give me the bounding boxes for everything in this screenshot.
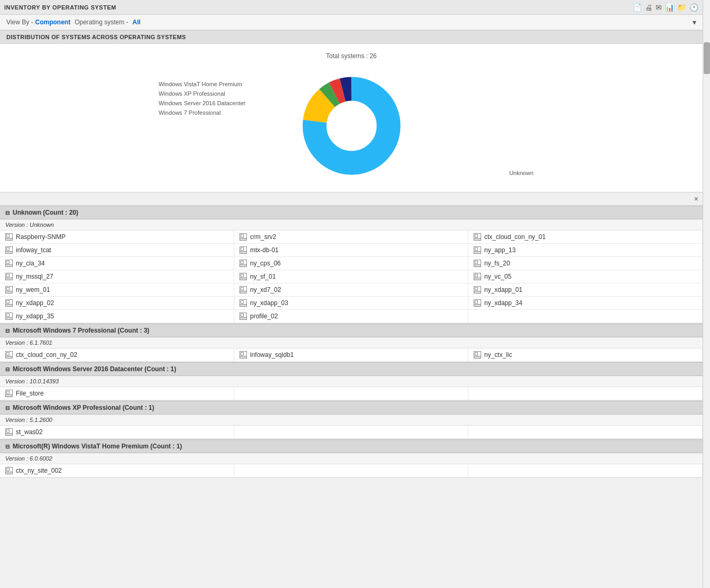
top-bar: INVENTORY BY OPERATING SYSTEM 📄 🖨 ✉ 📊 📁 … <box>0 0 703 15</box>
list-item[interactable]: ny_xdapp_35 <box>0 310 234 323</box>
computer-icon <box>239 273 247 280</box>
version-unknown: Version : Unknown <box>0 219 703 231</box>
list-item[interactable]: profile_02 <box>234 310 468 323</box>
list-item[interactable]: ny_cla_34 <box>0 257 234 270</box>
list-item[interactable]: ny_mssql_27 <box>0 270 234 283</box>
group-title-unknown: Unknown (Count : 20) <box>13 209 78 216</box>
list-item[interactable]: ny_xdapp_03 <box>234 297 468 310</box>
view-by-value[interactable]: Component <box>35 19 70 26</box>
computer-icon <box>239 313 247 320</box>
legend-item-server2016: Windows Server 2016 Datacenter <box>159 100 245 106</box>
computer-icon <box>239 233 247 241</box>
list-item[interactable]: ny_app_13 <box>468 244 703 257</box>
list-item-empty <box>468 464 703 477</box>
donut-chart[interactable] <box>299 73 404 179</box>
os-filter-value[interactable]: All <box>133 19 141 26</box>
list-item[interactable]: ctx_ny_site_002 <box>0 464 234 477</box>
list-item[interactable]: ctx_cloud_con_ny_01 <box>468 231 703 244</box>
computer-icon <box>239 260 247 267</box>
unknown-label: Unknown <box>509 170 533 176</box>
legend-item-vista: Windows VistaT Home Premium <box>159 81 245 87</box>
computer-icon <box>474 273 481 280</box>
collapse-icon-unknown[interactable]: ⊟ <box>5 210 10 216</box>
computer-icon <box>474 299 481 307</box>
group-title-vista: Microsoft(R) Windows VistaT Home Premium… <box>13 443 182 450</box>
excel-icon[interactable]: 📊 <box>665 3 674 12</box>
email-icon[interactable]: ✉ <box>656 3 662 12</box>
list-item[interactable]: st_was02 <box>0 426 234 439</box>
group-header-server2016[interactable]: ⊟ Microsoft Windows Server 2016 Datacent… <box>0 362 703 376</box>
filter-chevron-icon[interactable]: ▾ <box>693 18 696 26</box>
group-title-xp: Microsoft Windows XP Professional (Count… <box>13 404 154 411</box>
computer-icon <box>474 351 481 359</box>
clock-icon[interactable]: 🕐 <box>689 3 698 12</box>
list-item-empty <box>468 310 703 323</box>
pdf-icon[interactable]: 📄 <box>633 3 642 12</box>
computer-icon <box>474 286 481 293</box>
list-item-empty <box>468 387 703 400</box>
list-item[interactable]: ny_fs_20 <box>468 257 703 270</box>
list-item[interactable]: ctx_cloud_con_ny_02 <box>0 348 234 362</box>
chart-total: Total systems : 26 <box>11 52 692 60</box>
collapse-icon-win7[interactable]: ⊟ <box>5 328 10 334</box>
computer-icon <box>239 351 247 359</box>
list-item[interactable]: ny_sf_01 <box>234 270 468 283</box>
list-item[interactable]: mtx-db-01 <box>234 244 468 257</box>
items-grid-unknown: Raspberry-SNMP crm_srv2 ctx_cloud_con_ny… <box>0 231 703 324</box>
list-item[interactable]: ny_ctx_lic <box>468 348 703 362</box>
view-by-label: View By - <box>6 19 33 26</box>
computer-icon <box>474 246 481 254</box>
list-item-empty <box>234 464 468 477</box>
computer-icon <box>5 428 13 436</box>
list-item-empty <box>234 426 468 439</box>
content-area: INVENTORY BY OPERATING SYSTEM 📄 🖨 ✉ 📊 📁 … <box>0 0 703 478</box>
list-item[interactable]: ny_xdapp_02 <box>0 297 234 310</box>
list-item[interactable]: File_store <box>0 387 234 400</box>
group-header-vista[interactable]: ⊟ Microsoft(R) Windows VistaT Home Premi… <box>0 439 703 453</box>
collapse-icon-server2016[interactable]: ⊟ <box>5 366 10 372</box>
scrollbar[interactable] <box>703 0 710 588</box>
computer-icon <box>474 260 481 267</box>
list-item[interactable]: ny_xdapp_01 <box>468 283 703 297</box>
list-item[interactable]: infoway_tcat <box>0 244 234 257</box>
list-item-empty <box>468 426 703 439</box>
xp-label: Windows XP Professional <box>159 90 225 97</box>
group-header-unknown[interactable]: ⊟ Unknown (Count : 20) <box>0 206 703 219</box>
list-item[interactable]: ny_xdapp_34 <box>468 297 703 310</box>
list-item[interactable]: Raspberry-SNMP <box>0 231 234 244</box>
folder-icon[interactable]: 📁 <box>677 3 686 12</box>
chart-area: Total systems : 26 Windows VistaT Home P… <box>0 44 703 206</box>
filter-separator: Operating system - <box>75 19 128 26</box>
close-chart-button[interactable]: × <box>0 192 703 205</box>
filter-bar: View By - Component Operating system - A… <box>0 15 703 30</box>
group-title-win7: Microsoft Windows 7 Professional (Count … <box>13 327 150 334</box>
list-item-empty <box>234 387 468 400</box>
main-wrapper: INVENTORY BY OPERATING SYSTEM 📄 🖨 ✉ 📊 📁 … <box>0 0 710 588</box>
print-icon[interactable]: 🖨 <box>645 3 652 12</box>
close-icon[interactable]: × <box>694 195 698 203</box>
collapse-icon-xp[interactable]: ⊟ <box>5 405 10 411</box>
group-win7: ⊟ Microsoft Windows 7 Professional (Coun… <box>0 324 703 362</box>
collapse-icon-vista[interactable]: ⊟ <box>5 444 10 449</box>
list-item[interactable]: ny_vc_05 <box>468 270 703 283</box>
legend-item-win7: Windows 7 Professional <box>159 109 245 116</box>
group-header-win7[interactable]: ⊟ Microsoft Windows 7 Professional (Coun… <box>0 324 703 337</box>
list-item[interactable]: crm_srv2 <box>234 231 468 244</box>
items-grid-win7: ctx_cloud_con_ny_02 infoway_sqldb1 ny_ct… <box>0 348 703 362</box>
list-item[interactable]: ny_wem_01 <box>0 283 234 297</box>
group-header-xp[interactable]: ⊟ Microsoft Windows XP Professional (Cou… <box>0 401 703 415</box>
distribution-section-header: DISTRIBUTION OF SYSTEMS ACROSS OPERATING… <box>0 30 703 44</box>
server2016-label: Windows Server 2016 Datacenter <box>159 100 245 106</box>
version-vista: Version : 6.0.6002 <box>0 453 703 464</box>
page-title: INVENTORY BY OPERATING SYSTEM <box>4 4 116 11</box>
version-win7: Version : 6.1.7601 <box>0 337 703 348</box>
computer-icon <box>5 286 13 293</box>
list-item[interactable]: infoway_sqldb1 <box>234 348 468 362</box>
list-item[interactable]: ny_cps_06 <box>234 257 468 270</box>
data-section: ⊟ Unknown (Count : 20) Version : Unknown… <box>0 206 703 478</box>
scrollbar-thumb[interactable] <box>704 42 710 74</box>
list-item[interactable]: ny_xd7_02 <box>234 283 468 297</box>
computer-icon <box>5 467 13 474</box>
group-unknown: ⊟ Unknown (Count : 20) Version : Unknown… <box>0 206 703 324</box>
computer-icon <box>239 246 247 254</box>
